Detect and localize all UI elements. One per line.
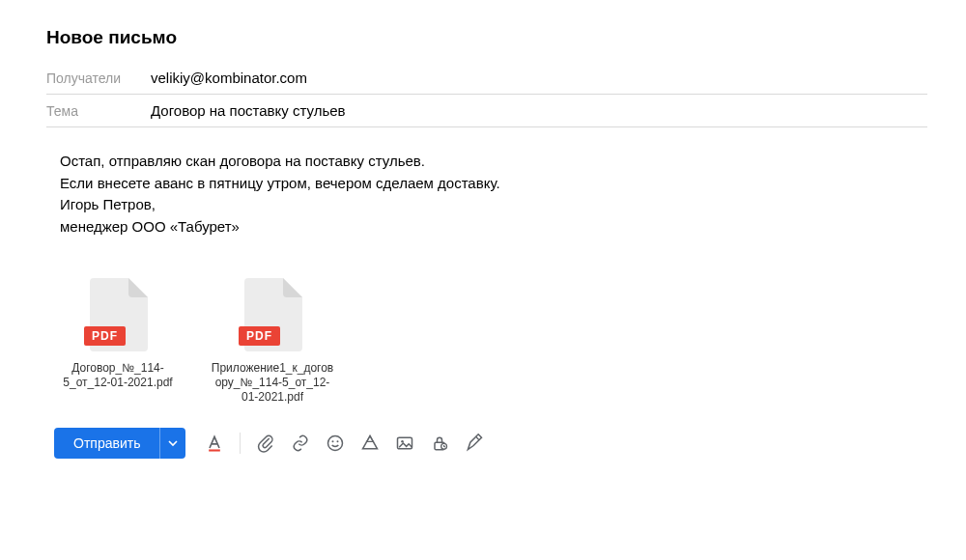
body-text: Остап, отправляю скан договора на постав… [60, 151, 927, 194]
attachment-filename: Договор_№_114-5_от_12-01-2021.pdf [54, 361, 182, 390]
svg-point-3 [337, 440, 339, 442]
attachment-item[interactable]: PDF Договор_№_114-5_от_12-01-2021.pdf [54, 278, 182, 405]
subject-label: Тема [46, 103, 151, 119]
recipients-value: velikiy@kombinator.com [151, 70, 307, 86]
insert-image-icon[interactable] [391, 430, 418, 457]
pdf-badge: PDF [84, 326, 126, 346]
attachments-list: PDF Договор_№_114-5_от_12-01-2021.pdf PD… [46, 245, 927, 420]
attachment-filename: Приложение1_к_договору_№_114-5_от_12-01-… [209, 361, 336, 405]
message-body[interactable]: Остап, отправляю скан договора на постав… [46, 127, 927, 245]
chevron-down-icon [168, 438, 178, 448]
compose-title: Новое письмо [46, 27, 927, 48]
insert-link-icon[interactable] [287, 430, 314, 457]
signature: Игорь Петров, менеджер ООО «Табурет» [60, 194, 927, 238]
insert-signature-icon[interactable] [461, 430, 488, 457]
confidential-mode-icon[interactable] [426, 430, 453, 457]
attach-file-icon[interactable] [252, 430, 279, 457]
send-button[interactable]: Отправить [54, 428, 159, 459]
pdf-badge: PDF [239, 326, 280, 346]
compose-toolbar: Отправить [46, 420, 927, 459]
insert-drive-icon[interactable] [356, 430, 384, 457]
toolbar-divider [240, 433, 241, 454]
svg-point-2 [332, 440, 334, 442]
pdf-file-icon: PDF [88, 278, 148, 351]
svg-point-1 [328, 436, 343, 451]
attachment-item[interactable]: PDF Приложение1_к_договору_№_114-5_от_12… [209, 278, 336, 405]
insert-emoji-icon[interactable] [322, 430, 349, 457]
send-button-group: Отправить [54, 428, 185, 459]
recipients-row[interactable]: Получатели velikiy@kombinator.com [46, 62, 927, 95]
subject-value: Договор на поставку стульев [151, 102, 346, 119]
pdf-file-icon: PDF [242, 278, 302, 351]
send-more-button[interactable] [159, 428, 185, 459]
recipients-label: Получатели [46, 70, 151, 86]
text-format-icon[interactable] [201, 430, 228, 457]
subject-row[interactable]: Тема Договор на поставку стульев [46, 95, 927, 127]
